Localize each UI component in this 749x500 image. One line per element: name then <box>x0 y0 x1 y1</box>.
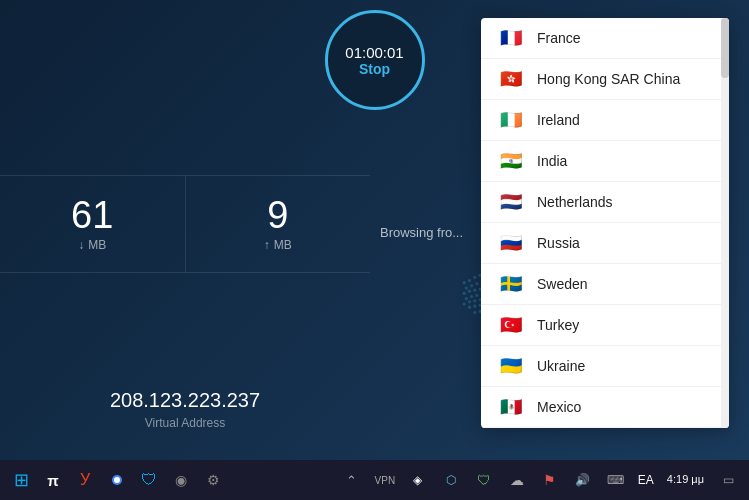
dropdown-item-mexico[interactable]: 🇲🇽Mexico <box>481 387 729 428</box>
taskbar-vpn-icon[interactable]: VPN <box>370 465 400 495</box>
svg-point-1 <box>468 279 471 282</box>
flag-icon-ukraine: 🇺🇦 <box>497 356 525 376</box>
taskbar-icon-chrome[interactable] <box>102 465 132 495</box>
svg-point-150 <box>114 477 120 483</box>
svg-point-31 <box>473 311 476 314</box>
flag-icon-netherlands: 🇳🇱 <box>497 192 525 212</box>
download-value: 61 <box>71 196 113 234</box>
taskbar-misc-icon1[interactable]: ◈ <box>403 465 433 495</box>
svg-point-17 <box>463 302 466 305</box>
svg-point-7 <box>463 292 466 295</box>
upload-arrow: ↑ <box>264 238 270 252</box>
country-name-mexico: Mexico <box>537 399 581 415</box>
dropdown-item-india[interactable]: 🇮🇳India <box>481 141 729 182</box>
taskbar-icon-misc2[interactable]: ⚙ <box>198 465 228 495</box>
upload-value: 9 <box>267 196 288 234</box>
taskbar-flag-icon[interactable]: ⚑ <box>535 465 565 495</box>
scrollbar-thumb[interactable] <box>721 18 729 78</box>
flag-icon-russia: 🇷🇺 <box>497 233 525 253</box>
flag-icon-hongkong: 🇭🇰 <box>497 69 525 89</box>
taskbar-start-button[interactable]: ⊞ <box>6 465 36 495</box>
svg-point-4 <box>465 286 468 289</box>
country-name-ireland: Ireland <box>537 112 580 128</box>
country-name-sweden: Sweden <box>537 276 588 292</box>
taskbar-volume-icon[interactable]: 🔊 <box>568 465 598 495</box>
country-name-netherlands: Netherlands <box>537 194 613 210</box>
taskbar-notifications-icon[interactable]: ▭ <box>713 465 743 495</box>
country-dropdown: 🇫🇷France🇭🇰Hong Kong SAR China🇮🇪Ireland🇮🇳… <box>481 18 729 428</box>
taskbar-shield-icon[interactable]: 🛡 <box>469 465 499 495</box>
virtual-address-label: Virtual Address <box>0 416 370 430</box>
svg-point-0 <box>463 281 466 284</box>
stop-button[interactable]: Stop <box>359 61 390 77</box>
taskbar-lang-label: EA <box>634 473 658 487</box>
taskbar-clock: 4:19 μμ <box>661 472 710 487</box>
upload-stat: 9 ↑ MB <box>186 176 371 272</box>
country-name-turkey: Turkey <box>537 317 579 333</box>
svg-point-12 <box>465 297 468 300</box>
svg-point-9 <box>473 289 476 292</box>
virtual-ip: 208.123.223.237 <box>0 389 370 412</box>
dropdown-item-ukraine[interactable]: 🇺🇦Ukraine <box>481 346 729 387</box>
taskbar: ⊞ π У 🛡 ◉ ⚙ ⌃ VPN ◈ ⬡ 🛡 ☁ ⚑ 🔊 ⌨ EA 4:19 … <box>0 460 749 500</box>
stats-row: 61 ↓ MB 9 ↑ MB <box>0 175 370 273</box>
taskbar-icon-misc1[interactable]: ◉ <box>166 465 196 495</box>
dropdown-item-hongkong[interactable]: 🇭🇰Hong Kong SAR China <box>481 59 729 100</box>
country-name-russia: Russia <box>537 235 580 251</box>
flag-icon-india: 🇮🇳 <box>497 151 525 171</box>
svg-point-5 <box>470 284 473 287</box>
svg-point-18 <box>468 300 471 303</box>
country-name-hongkong: Hong Kong SAR China <box>537 71 680 87</box>
flag-icon-ireland: 🇮🇪 <box>497 110 525 130</box>
country-name-france: France <box>537 30 581 46</box>
dropdown-item-turkey[interactable]: 🇹🇷Turkey <box>481 305 729 346</box>
flag-icon-turkey: 🇹🇷 <box>497 315 525 335</box>
svg-point-24 <box>468 306 471 309</box>
timer-circle[interactable]: 01:00:01 Stop <box>325 10 425 110</box>
svg-point-14 <box>475 294 478 297</box>
taskbar-icon-yandex[interactable]: У <box>70 465 100 495</box>
main-background: 01:00:01 Stop 61 ↓ MB 9 ↑ MB Browsing fr… <box>0 0 749 460</box>
taskbar-network-icon[interactable]: ⌃ <box>337 465 367 495</box>
country-name-india: India <box>537 153 567 169</box>
flag-icon-france: 🇫🇷 <box>497 28 525 48</box>
taskbar-cloud-icon[interactable]: ☁ <box>502 465 532 495</box>
svg-point-2 <box>473 276 476 279</box>
svg-point-13 <box>470 295 473 298</box>
svg-point-25 <box>473 305 476 308</box>
svg-point-19 <box>473 299 476 302</box>
download-stat: 61 ↓ MB <box>0 176 186 272</box>
taskbar-icon-bitdefender[interactable]: 🛡 <box>134 465 164 495</box>
svg-point-6 <box>475 282 478 285</box>
dropdown-item-sweden[interactable]: 🇸🇪Sweden <box>481 264 729 305</box>
taskbar-icon-pi[interactable]: π <box>38 465 68 495</box>
download-unit: ↓ MB <box>78 238 106 252</box>
upload-unit: ↑ MB <box>264 238 292 252</box>
flag-icon-mexico: 🇲🇽 <box>497 397 525 417</box>
download-arrow: ↓ <box>78 238 84 252</box>
virtual-address-section: 208.123.223.237 Virtual Address <box>0 389 370 430</box>
dropdown-item-netherlands[interactable]: 🇳🇱Netherlands <box>481 182 729 223</box>
taskbar-right: ⌃ VPN ◈ ⬡ 🛡 ☁ ⚑ 🔊 ⌨ EA 4:19 μμ ▭ <box>337 465 743 495</box>
dropdown-item-france[interactable]: 🇫🇷France <box>481 18 729 59</box>
svg-point-8 <box>468 290 471 293</box>
dropdown-scrollbar[interactable] <box>721 18 729 428</box>
country-name-ukraine: Ukraine <box>537 358 585 374</box>
dropdown-item-ireland[interactable]: 🇮🇪Ireland <box>481 100 729 141</box>
dropdown-item-russia[interactable]: 🇷🇺Russia <box>481 223 729 264</box>
flag-icon-sweden: 🇸🇪 <box>497 274 525 294</box>
taskbar-misc-icon2[interactable]: ⬡ <box>436 465 466 495</box>
taskbar-keyboard-icon[interactable]: ⌨ <box>601 465 631 495</box>
timer-display: 01:00:01 <box>345 44 403 61</box>
